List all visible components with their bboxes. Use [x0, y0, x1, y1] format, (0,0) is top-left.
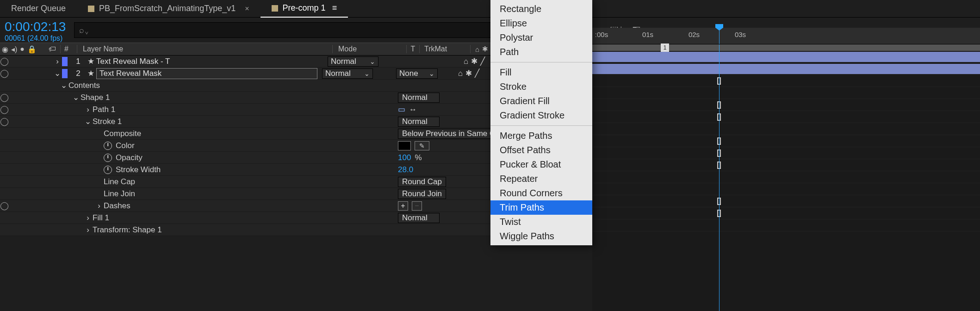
- twirl-right-icon[interactable]: ›: [94, 201, 104, 211]
- menu-item-gradient-fill[interactable]: Gradient Fill: [490, 94, 592, 108]
- collapse-switch[interactable]: ✱: [465, 68, 472, 78]
- trkmat-column-header[interactable]: TrkMat: [419, 45, 470, 53]
- speaker-icon[interactable]: ◂): [11, 45, 17, 54]
- time-ruler[interactable]: :00s 01s 02s 03s: [592, 28, 980, 44]
- panel-menu-icon[interactable]: ≡: [332, 3, 337, 13]
- menu-item-polystar[interactable]: Polystar: [490, 31, 592, 45]
- playhead-cap-icon[interactable]: [715, 24, 723, 31]
- visibility-toggle[interactable]: ◯: [0, 93, 8, 102]
- menu-item-fill[interactable]: Fill: [490, 65, 592, 80]
- preserve-transparency-header[interactable]: T: [406, 45, 419, 53]
- twirl-right-icon[interactable]: ›: [53, 57, 62, 66]
- shy-switch[interactable]: ⌂: [464, 57, 468, 66]
- menu-item-rectangle[interactable]: Rectangle: [490, 2, 592, 16]
- visibility-toggle[interactable]: ◯: [0, 117, 8, 126]
- visibility-toggle[interactable]: ◯: [0, 56, 8, 66]
- twirl-right-icon[interactable]: ›: [83, 105, 93, 114]
- linecap-dropdown[interactable]: Round Cap: [398, 177, 446, 187]
- remove-dash-button[interactable]: −: [412, 201, 422, 211]
- shape-blendmode-dropdown[interactable]: Normal: [398, 93, 440, 103]
- comp-color-chip: [272, 5, 278, 12]
- layer-name-editing[interactable]: Text Reveal Mask: [96, 68, 317, 79]
- menu-item-wiggle-paths[interactable]: Wiggle Paths: [490, 229, 592, 243]
- timeline-panel: :00s 01s 02s 03s 1: [592, 28, 980, 311]
- prop-label: Dashes: [104, 201, 130, 211]
- index-column-header[interactable]: #: [60, 45, 77, 53]
- visibility-toggle[interactable]: ◯: [0, 201, 8, 211]
- playhead[interactable]: [719, 28, 719, 44]
- stopwatch-icon[interactable]: [104, 166, 112, 174]
- add-shape-context-menu: Rectangle Ellipse Polystar Path Fill Str…: [490, 0, 592, 245]
- shy-icon[interactable]: ⌂: [475, 45, 479, 53]
- current-timecode[interactable]: 0:00:02:13: [5, 20, 66, 33]
- stopwatch-icon[interactable]: [104, 154, 112, 162]
- visibility-toggle[interactable]: ◯: [0, 68, 8, 78]
- layername-column-header[interactable]: Layer Name: [77, 45, 332, 53]
- linejoin-dropdown[interactable]: Round Join: [398, 189, 446, 199]
- eyedropper-icon[interactable]: ✎: [415, 141, 429, 150]
- visibility-toggle[interactable]: ◯: [0, 105, 8, 114]
- path-width-icon[interactable]: ↔: [409, 105, 417, 114]
- menu-separator: [490, 125, 592, 126]
- menu-item-offset-paths[interactable]: Offset Paths: [490, 143, 592, 157]
- menu-item-pucker-bloat[interactable]: Pucker & Bloat: [490, 157, 592, 172]
- collapse-icon[interactable]: ✱: [482, 45, 488, 53]
- twirl-down-icon[interactable]: ⌄: [71, 93, 81, 102]
- twirl-right-icon[interactable]: ›: [83, 225, 93, 235]
- layer-duration-bar[interactable]: [592, 64, 980, 74]
- composition-tabs: Render Queue PB_FromScratch_AnimatingTyp…: [0, 0, 980, 18]
- timeline-rows: [592, 51, 980, 231]
- layer-name[interactable]: Text Reveal Mask - T: [96, 57, 323, 66]
- label-column-header[interactable]: 🏷: [44, 45, 60, 53]
- menu-item-gradient-stroke[interactable]: Gradient Stroke: [490, 108, 592, 123]
- eye-icon[interactable]: ◉: [2, 45, 8, 54]
- close-tab-icon[interactable]: ×: [245, 5, 249, 13]
- prop-label: Stroke 1: [93, 117, 122, 126]
- menu-item-path[interactable]: Path: [490, 45, 592, 59]
- menu-item-stroke[interactable]: Stroke: [490, 80, 592, 94]
- shy-switch[interactable]: ⌂: [458, 69, 463, 78]
- add-dash-button[interactable]: +: [398, 201, 408, 211]
- label-color-chip[interactable]: [62, 69, 68, 78]
- twirl-down-icon[interactable]: ⌄: [53, 68, 62, 78]
- menu-item-merge-paths[interactable]: Merge Paths: [490, 129, 592, 143]
- opacity-value[interactable]: 100: [398, 153, 411, 162]
- menu-item-twist[interactable]: Twist: [490, 215, 592, 229]
- color-swatch[interactable]: [398, 141, 411, 150]
- opacity-unit: %: [415, 153, 422, 162]
- prop-label: Transform: Shape 1: [93, 225, 162, 235]
- menu-item-repeater[interactable]: Repeater: [490, 172, 592, 186]
- menu-item-round-corners[interactable]: Round Corners: [490, 186, 592, 200]
- menu-item-ellipse[interactable]: Ellipse: [490, 16, 592, 31]
- prop-label: Line Join: [104, 189, 135, 199]
- workarea-bar[interactable]: 1: [592, 44, 980, 51]
- blend-mode-dropdown[interactable]: Normal: [328, 56, 378, 67]
- timeline-layer-2[interactable]: [592, 63, 980, 75]
- quality-switch[interactable]: ╱: [475, 68, 479, 78]
- prop-label: Composite: [104, 129, 141, 138]
- blend-mode-dropdown[interactable]: Normal: [322, 68, 373, 79]
- tab-render-queue[interactable]: Render Queue: [0, 0, 77, 18]
- trkmat-dropdown[interactable]: None: [396, 68, 438, 79]
- stroke-blendmode-dropdown[interactable]: Normal: [398, 117, 440, 127]
- prop-label: Path 1: [93, 105, 115, 114]
- fill-blendmode-dropdown[interactable]: Normal: [398, 213, 440, 223]
- timeline-layer-1[interactable]: [592, 51, 980, 63]
- tab-comp-1[interactable]: PB_FromScratch_AnimatingType_v1 ×: [77, 0, 260, 18]
- collapse-switch[interactable]: ✱: [471, 56, 478, 66]
- solo-icon[interactable]: ●: [20, 45, 25, 53]
- mode-column-header[interactable]: Mode: [332, 45, 406, 53]
- label-color-chip[interactable]: [62, 57, 68, 66]
- layer-duration-bar[interactable]: [592, 52, 980, 62]
- tab-comp-2[interactable]: Pre-comp 1 ≡: [261, 0, 348, 18]
- path-shape-icon[interactable]: ▭: [398, 105, 405, 114]
- menu-item-trim-paths[interactable]: Trim Paths: [490, 200, 592, 215]
- twirl-down-icon[interactable]: ⌄: [59, 81, 68, 90]
- quality-switch[interactable]: ╱: [480, 56, 485, 66]
- composite-dropdown[interactable]: Below Previous in Same Gr: [398, 129, 502, 139]
- twirl-down-icon[interactable]: ⌄: [83, 117, 93, 126]
- lock-icon[interactable]: 🔒: [27, 45, 37, 54]
- twirl-right-icon[interactable]: ›: [83, 213, 93, 223]
- strokewidth-value[interactable]: 28.0: [398, 165, 413, 174]
- stopwatch-icon[interactable]: [104, 142, 112, 150]
